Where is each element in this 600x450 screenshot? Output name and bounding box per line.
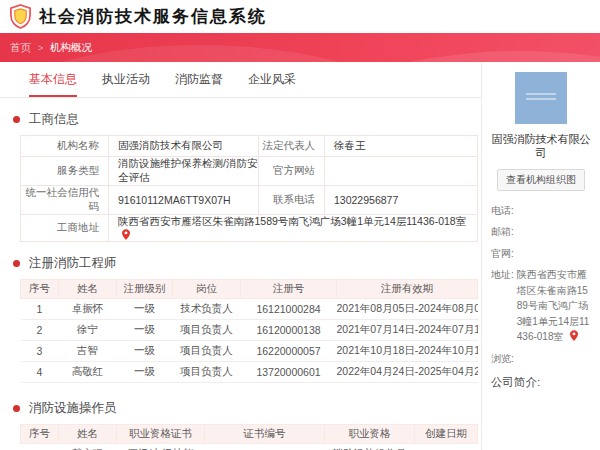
detail-label: 邮箱: — [491, 224, 514, 240]
cell-level: 一级 — [117, 341, 173, 362]
column-header: 姓名 — [59, 425, 117, 444]
table-header-row: 序号 姓名 注册级别 岗位 注册号 注册有效期 — [21, 280, 478, 299]
cell-index: 3 — [21, 341, 59, 362]
section-business-info: 工商信息 — [13, 111, 481, 128]
company-logo-image — [515, 72, 567, 124]
detail-label: 官网: — [491, 246, 514, 262]
column-header: 证书编号 — [205, 425, 325, 444]
table-row: 2 徐宁 一级 项目负责人 16120000138 2021年07月14日-20… — [21, 320, 478, 341]
shield-logo-icon — [9, 4, 32, 29]
breadcrumb-separator: > — [38, 43, 43, 53]
tab-bar: 基本信息 执业活动 消防监督 企业风采 — [0, 62, 481, 98]
field-label: 服务类型 — [21, 157, 109, 186]
app-header: 社会消防技术服务信息系统 — [0, 0, 600, 33]
table-row: 机构名称 固强消防技术有限公司 法定代表人 徐春王 — [21, 136, 478, 157]
detail-email: 邮箱: — [491, 224, 591, 240]
cell-reg-number: 16120000138 — [241, 320, 337, 341]
tab-fire-supervision[interactable]: 消防监督 — [175, 71, 223, 97]
column-header: 注册级别 — [117, 280, 173, 299]
section-title-text: 消防设施操作员 — [29, 400, 117, 417]
cell-validity: 2021年08月05日-2024年08月05日 — [337, 299, 478, 320]
field-label: 统一社会信用代码 — [21, 186, 109, 215]
cell-index: 2 — [21, 320, 59, 341]
cell-name: 卓振怀 — [59, 299, 117, 320]
detail-website: 官网: — [491, 246, 591, 262]
content-area: 基本信息 执业活动 消防监督 企业风采 工商信息 机构名称 固强消防技术有限公司… — [0, 62, 600, 450]
table-row: 统一社会信用代码 91610112MA6TT9X07H 联系电话 1302295… — [21, 186, 478, 215]
table-row: 工商地址 陕西省西安市雁塔区朱雀南路1589号南飞鸿广场3幢1单元14层1143… — [21, 215, 478, 242]
section-title-text: 工商信息 — [29, 111, 79, 128]
company-name: 固强消防技术有限公司 — [491, 133, 591, 161]
cell-position: 技术负责人 — [173, 299, 241, 320]
company-profile-label: 公司简介: — [491, 375, 591, 390]
cell-level: 一级 — [117, 299, 173, 320]
section-facility-operators: 消防设施操作员 — [13, 400, 481, 417]
cell-validity: 2021年07月14日-2024年07月14日 — [337, 320, 478, 341]
field-label: 官方网站 — [259, 157, 325, 186]
engineers-table: 序号 姓名 注册级别 岗位 注册号 注册有效期 1 卓振怀 一级 技术负责人 1… — [20, 279, 478, 383]
cell-position: 项目负责人 — [173, 362, 241, 383]
location-pin-icon[interactable] — [122, 229, 130, 240]
column-header: 注册有效期 — [337, 280, 478, 299]
view-org-chart-button[interactable]: 查看机构组织图 — [497, 169, 585, 191]
banner: 首页 > 机构概况 — [0, 33, 600, 62]
section-dot-icon — [13, 116, 20, 123]
table-row: 3 吉智 一级 项目负责人 16220000057 2021年10月18日-20… — [21, 341, 478, 362]
tab-company-showcase[interactable]: 企业风采 — [248, 71, 296, 97]
cell-cert-number: 193600302xxxxxx5 — [205, 444, 325, 450]
tab-basic-info[interactable]: 基本信息 — [29, 71, 77, 97]
tab-practice-activity[interactable]: 执业活动 — [102, 71, 150, 97]
detail-address: 地址: 陕西省西安市雁塔区朱雀南路1589号南飞鸿广场3幢1单元14层11436… — [491, 267, 591, 345]
detail-views: 浏览: — [491, 351, 591, 367]
address-text: 陕西省西安市雁塔区朱雀南路1589号南飞鸿广场3幢1单元14层11436-018… — [517, 269, 590, 342]
legal-rep-value: 徐春王 — [325, 136, 478, 157]
cell-level: 一级 — [117, 362, 173, 383]
cell-position: 项目负责人 — [173, 341, 241, 362]
field-label: 法定代表人 — [259, 136, 325, 157]
breadcrumb-current: 机构概况 — [50, 41, 92, 53]
detail-label: 浏览: — [491, 351, 514, 367]
column-header: 创建日期 — [415, 425, 478, 444]
cell-name: 吉智 — [59, 341, 117, 362]
cell-reg-number: 16220000057 — [241, 341, 337, 362]
table-row: 1 卓振怀 一级 技术负责人 16121000284 2021年08月05日-2… — [21, 299, 478, 320]
column-header: 序号 — [21, 280, 59, 299]
column-header: 岗位 — [173, 280, 241, 299]
field-label: 联系电话 — [259, 186, 325, 215]
section-dot-icon — [13, 405, 20, 412]
section-dot-icon — [13, 260, 20, 267]
column-header: 注册号 — [241, 280, 337, 299]
location-pin-icon[interactable] — [570, 330, 578, 341]
column-header: 姓名 — [59, 280, 117, 299]
column-header: 职业资格证书 — [117, 425, 205, 444]
service-type-value: 消防设施维护保养检测/消防安全评估 — [109, 157, 259, 186]
table-row: 4 高敬红 一级 项目负责人 13720000601 2022年04月24日-2… — [21, 362, 478, 383]
website-value — [325, 157, 478, 186]
table-row: 1 戴文强 四级/中级技能 193600302xxxxxx5 消防设施操作员 2… — [21, 444, 478, 450]
field-label: 工商地址 — [21, 215, 109, 242]
org-name-value: 固强消防技术有限公司 — [109, 136, 259, 157]
cell-index: 4 — [21, 362, 59, 383]
section-registered-engineers: 注册消防工程师 — [13, 255, 481, 272]
cell-name: 戴文强 — [59, 444, 117, 450]
detail-label: 电话: — [491, 203, 514, 219]
cell-index: 1 — [21, 444, 59, 450]
detail-phone: 电话: — [491, 203, 591, 219]
cell-reg-number: 13720000601 — [241, 362, 337, 383]
cell-name: 高敬红 — [59, 362, 117, 383]
cell-create-date: 2022-05-12 — [415, 444, 478, 450]
breadcrumb: 首页 > 机构概况 — [0, 33, 600, 55]
cell-name: 徐宁 — [59, 320, 117, 341]
cell-reg-number: 16121000284 — [241, 299, 337, 320]
table-header-row: 序号 姓名 职业资格证书 证书编号 职业资格 创建日期 — [21, 425, 478, 444]
business-info-table: 机构名称 固强消防技术有限公司 法定代表人 徐春王 服务类型 消防设施维护保养检… — [20, 135, 478, 242]
company-sidebar: 固强消防技术有限公司 查看机构组织图 电话: 邮箱: 官网: 地址: 陕西省西安… — [481, 62, 600, 450]
column-header: 序号 — [21, 425, 59, 444]
section-title-text: 注册消防工程师 — [29, 255, 117, 272]
address-cell: 陕西省西安市雁塔区朱雀南路1589号南飞鸿广场3幢1单元14层11436-018… — [109, 215, 478, 242]
breadcrumb-home-link[interactable]: 首页 — [10, 41, 31, 53]
cell-cert-level: 四级/中级技能 — [117, 444, 205, 450]
page-title: 社会消防技术服务信息系统 — [39, 5, 267, 28]
cell-position: 项目负责人 — [173, 320, 241, 341]
column-header: 职业资格 — [325, 425, 415, 444]
